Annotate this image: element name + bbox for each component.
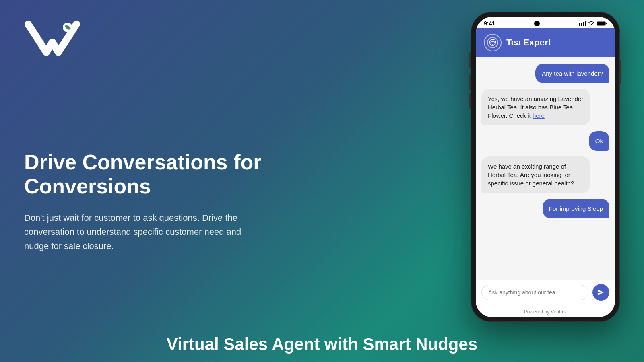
brand-logo xyxy=(24,20,80,60)
logo-container xyxy=(24,20,298,62)
chat-messages: Any tea with lavender? Yes, we have an a… xyxy=(476,57,615,280)
wifi-icon xyxy=(588,21,594,26)
message-4: We have an exciting range of Herbal Tea.… xyxy=(481,156,590,193)
message-1: Any tea with lavender? xyxy=(535,64,609,83)
chat-title: Tea Expert xyxy=(506,37,551,48)
svg-rect-2 xyxy=(581,23,582,26)
signal-icon xyxy=(579,21,586,26)
left-panel: Drive Conversations for Conversions Don'… xyxy=(24,20,298,350)
svg-rect-3 xyxy=(583,22,584,26)
camera-notch xyxy=(534,21,540,26)
status-icons xyxy=(579,21,607,26)
svg-rect-6 xyxy=(597,22,605,25)
send-icon xyxy=(597,289,605,296)
message-2: Yes, we have an amazing Lavender Herbal … xyxy=(481,89,590,125)
main-headline: Drive Conversations for Conversions xyxy=(24,150,298,199)
chat-header: Tea Expert xyxy=(476,28,615,57)
chat-input-area xyxy=(476,280,615,306)
phone-inner: 9:41 xyxy=(476,17,615,317)
message-3: Ok xyxy=(589,131,609,151)
main-subtitle: Don't just wait for customer to ask ques… xyxy=(24,211,258,253)
send-button[interactable] xyxy=(592,284,609,301)
status-time: 9:41 xyxy=(484,20,495,27)
chat-input[interactable] xyxy=(481,285,588,300)
message-5: For improving Sleep xyxy=(543,199,609,218)
battery-icon xyxy=(597,21,607,26)
here-link[interactable]: here xyxy=(533,112,545,119)
tea-leaf-icon xyxy=(487,37,498,48)
svg-rect-7 xyxy=(606,23,607,24)
powered-by: Powered by Verifast xyxy=(476,306,615,317)
status-bar: 9:41 xyxy=(476,17,615,28)
svg-rect-1 xyxy=(579,23,580,26)
phone-outer: 9:41 xyxy=(471,12,620,322)
phone-mockup: 9:41 xyxy=(471,12,620,322)
svg-rect-4 xyxy=(585,21,586,26)
bottom-tagline: Virtual Sales Agent with Smart Nudges xyxy=(0,335,644,354)
header-icon xyxy=(484,34,502,51)
